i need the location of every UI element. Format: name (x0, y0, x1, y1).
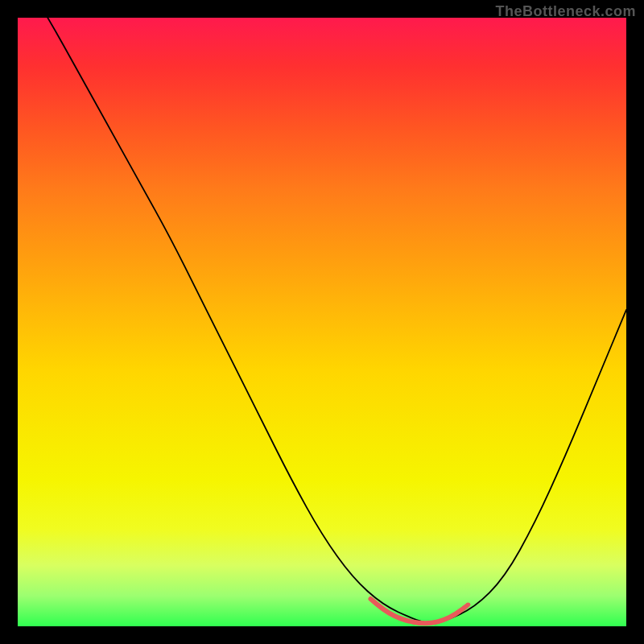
chart-svg (18, 18, 626, 626)
series-bottleneck-curve (18, 18, 626, 624)
plot-area (18, 18, 626, 626)
watermark-text: TheBottleneck.com (495, 3, 636, 20)
curve-group (18, 18, 626, 624)
series-optimal-zone-marker (370, 599, 468, 623)
chart-container: TheBottleneck.com (0, 0, 644, 644)
